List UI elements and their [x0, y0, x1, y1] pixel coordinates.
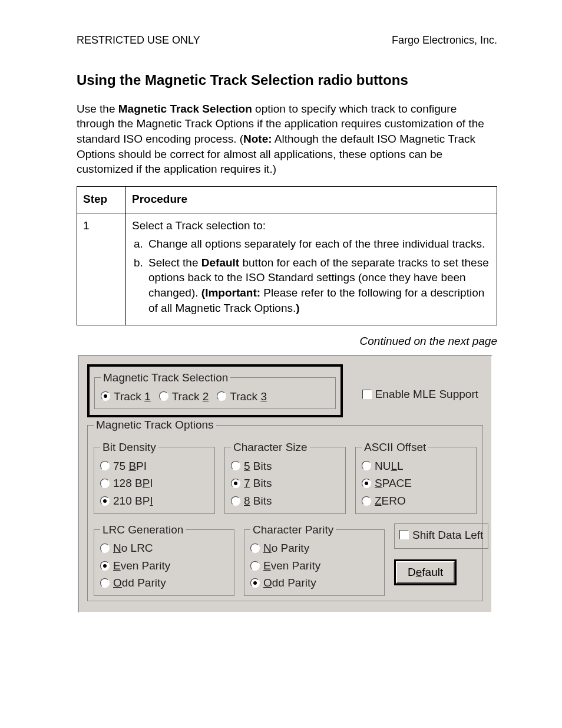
step-lead: Select a Track selection to:	[132, 219, 266, 232]
default-u: e	[416, 566, 422, 578]
intro-paragraph: Use the Magnetic Track Selection option …	[77, 101, 497, 177]
dialog-panel: Magnetic Track Selection Track 1 Track 2	[78, 355, 492, 613]
track2-radio[interactable]: Track 2	[159, 389, 209, 404]
magnetic-track-selection-highlight: Magnetic Track Selection Track 1 Track 2	[87, 364, 343, 417]
lrc-no-radio[interactable]: No LRC	[100, 541, 228, 556]
ao-space-label: SPACE	[375, 476, 412, 491]
cp-no-radio[interactable]: No Parity	[250, 541, 378, 556]
ascii-offset-group: ASCII Offset NULL SPACE ZERO	[355, 440, 477, 514]
b-bold1: Default	[201, 256, 239, 269]
section-title: Using the Magnetic Track Selection radio…	[77, 71, 497, 90]
radio-icon	[250, 543, 260, 553]
cp-even-radio[interactable]: Even Parity	[250, 558, 378, 574]
default-pre: D	[408, 566, 416, 578]
shift-data-left-group: Shift Data Left	[394, 523, 488, 549]
lrc-even-radio[interactable]: Even Parity	[100, 558, 228, 574]
ascii-offset-legend: ASCII Offset	[362, 440, 428, 455]
character-parity-legend: Character Parity	[250, 522, 336, 538]
character-size-group: Character Size 5 Bits 7 Bits 8 Bits	[224, 440, 346, 514]
intro-bold-1: Magnetic Track Selection	[118, 103, 252, 115]
enable-mle-checkbox[interactable]: Enable MLE Support	[362, 387, 478, 402]
character-size-legend: Character Size	[231, 440, 310, 455]
cp-even-label: Even Parity	[263, 558, 320, 574]
magnetic-track-options-legend: Magnetic Track Options	[94, 417, 216, 433]
lrc-generation-group: LRC Generation No LRC Even Parity Odd Pa…	[94, 522, 234, 597]
lrc-odd-radio[interactable]: Odd Parity	[100, 575, 228, 591]
step-procedure: Select a Track selection to: Change all …	[126, 213, 497, 325]
col-step: Step	[77, 186, 126, 213]
checkbox-icon	[399, 530, 409, 539]
radio-icon	[100, 578, 110, 588]
ao-null-label: NULL	[375, 459, 404, 474]
lrc-generation-legend: LRC Generation	[100, 522, 186, 538]
track2-label: Track 2	[172, 389, 209, 404]
cs-7-radio[interactable]: 7 Bits	[231, 476, 339, 491]
track3-radio[interactable]: Track 3	[217, 389, 267, 404]
radio-selected-icon	[100, 561, 110, 571]
header-left: RESTRICTED USE ONLY	[77, 33, 200, 47]
radio-icon	[159, 391, 168, 401]
table-row: 1 Select a Track selection to: Change al…	[77, 213, 497, 325]
radio-icon	[231, 461, 240, 470]
procedure-table: Step Procedure 1 Select a Track selectio…	[77, 186, 497, 325]
col-procedure: Procedure	[126, 186, 497, 213]
continued-label: Continued on the next page	[77, 334, 497, 349]
bd-75-radio[interactable]: 75 BPI	[100, 459, 209, 474]
magnetic-track-options-group: Magnetic Track Options Bit Density 75 BP…	[87, 417, 483, 601]
track3-label: Track 3	[230, 389, 267, 404]
cs-8-label: 8 Bits	[244, 493, 272, 509]
bd-210-label: 210 BPI	[113, 493, 153, 509]
default-button-highlight: Default	[394, 559, 457, 585]
step-a: Change all options separately for each o…	[146, 236, 491, 252]
step-number: 1	[77, 213, 126, 325]
track1-label: Track 1	[114, 389, 151, 404]
ao-zero-radio[interactable]: ZERO	[362, 493, 470, 509]
radio-icon	[362, 496, 371, 506]
ao-zero-label: ZERO	[375, 493, 406, 509]
magnetic-track-selection-legend: Magnetic Track Selection	[101, 370, 230, 386]
enable-mle-label: Enable MLE Support	[375, 387, 478, 402]
shift-data-left-checkbox[interactable]: Shift Data Left	[399, 528, 483, 543]
cs-5-label: 5 Bits	[244, 459, 272, 474]
default-button[interactable]: Default	[396, 561, 455, 584]
radio-icon	[231, 496, 240, 506]
radio-icon	[100, 461, 110, 470]
lrc-no-label: No LRC	[113, 541, 153, 556]
checkbox-icon	[362, 390, 372, 399]
magnetic-track-selection-group: Magnetic Track Selection Track 1 Track 2	[94, 370, 336, 409]
radio-selected-icon	[362, 479, 371, 488]
radio-selected-icon	[100, 496, 110, 506]
radio-icon	[100, 479, 110, 488]
radio-selected-icon	[101, 391, 110, 401]
radio-selected-icon	[231, 479, 240, 488]
b-pre: Select the	[148, 256, 201, 269]
step-b: Select the Default button for each of th…	[146, 255, 491, 316]
ao-null-radio[interactable]: NULL	[362, 459, 470, 474]
intro-pre: Use the	[77, 103, 118, 115]
character-parity-group: Character Parity No Parity Even Parity O…	[244, 522, 385, 597]
lrc-odd-label: Odd Parity	[113, 575, 166, 591]
cp-odd-label: Odd Parity	[263, 575, 316, 591]
track1-radio[interactable]: Track 1	[101, 389, 151, 404]
lrc-even-label: Even Parity	[113, 558, 170, 574]
cp-odd-radio[interactable]: Odd Parity	[250, 575, 378, 591]
shift-data-left-label: Shift Data Left	[412, 528, 483, 543]
bit-density-group: Bit Density 75 BPI 128 BPI 210 BPI	[94, 440, 215, 514]
intro-bold-2: Note:	[243, 133, 272, 145]
default-post: fault	[422, 566, 443, 578]
cs-5-radio[interactable]: 5 Bits	[231, 459, 339, 474]
cp-no-label: No Parity	[263, 541, 309, 556]
bd-210-radio[interactable]: 210 BPI	[100, 493, 209, 509]
cs-7-label: 7 Bits	[244, 476, 272, 491]
header-right: Fargo Electronics, Inc.	[392, 33, 497, 47]
bd-128-radio[interactable]: 128 BPI	[100, 476, 209, 491]
b-bold2: Important:	[205, 286, 260, 299]
radio-icon	[250, 561, 260, 571]
cs-8-radio[interactable]: 8 Bits	[231, 493, 339, 509]
bd-128-label: 128 BPI	[113, 476, 153, 491]
bit-density-legend: Bit Density	[100, 440, 158, 455]
ao-space-radio[interactable]: SPACE	[362, 476, 470, 491]
radio-icon	[362, 461, 371, 470]
radio-icon	[217, 391, 226, 401]
radio-selected-icon	[250, 578, 260, 588]
